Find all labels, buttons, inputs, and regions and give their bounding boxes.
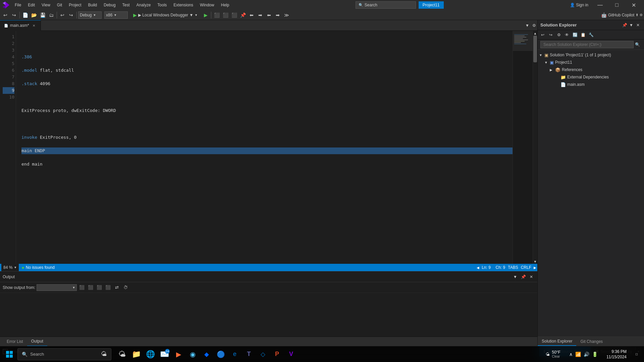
se-refresh-btn[interactable]: 🔄 — [571, 31, 579, 39]
start-button[interactable] — [3, 348, 16, 361]
status-scroll-left[interactable]: ◀ — [476, 264, 480, 271]
se-close-btn[interactable]: ✕ — [635, 22, 641, 28]
taskbar-icon-vscode[interactable]: ◇ — [256, 348, 270, 361]
se-search-input[interactable] — [540, 41, 634, 48]
debug-config-dropdown[interactable]: Debug ▼ — [78, 11, 102, 19]
expand-icon[interactable]: ∧ — [569, 351, 573, 358]
code-editor[interactable]: 1 2 3 4 5 6 7 8 9 10 .386 .model flat, s… — [0, 31, 537, 264]
se-show-all-btn[interactable]: 👁 — [563, 31, 571, 39]
toolbar-nav3[interactable]: ⬅ — [265, 11, 273, 19]
output-pin-btn[interactable]: 📌 — [520, 274, 527, 280]
battery-icon[interactable]: 🔋 — [591, 351, 598, 358]
menu-extensions[interactable]: Extensions — [171, 1, 196, 9]
output-icon-btn-6[interactable]: ⏱ — [122, 284, 129, 291]
tree-project[interactable]: ▼ ▣ Project11 — [538, 59, 644, 66]
taskbar-icon-arc[interactable]: ◉ — [186, 348, 199, 361]
se-filter-btn[interactable]: 🔧 — [587, 31, 595, 39]
taskbar-icon-explorer[interactable]: 📁 — [129, 348, 143, 361]
toolbar-back[interactable]: ↩ — [1, 11, 9, 19]
menu-project[interactable]: Project — [66, 1, 84, 9]
toolbar-nav4[interactable]: ➡ — [274, 11, 282, 19]
wifi-icon[interactable]: 📶 — [575, 351, 582, 358]
taskbar-icon-widgets[interactable]: 🌤 — [115, 348, 129, 361]
taskbar-icon-edge2[interactable]: e — [228, 348, 241, 361]
tab-output[interactable]: Output — [27, 337, 47, 346]
menu-window[interactable]: Window — [197, 1, 217, 9]
toolbar-fwd[interactable]: ↪ — [10, 11, 18, 19]
title-search-bar[interactable]: 🔍 Search — [356, 1, 416, 9]
se-tab-git-changes[interactable]: Git Changes — [576, 337, 607, 346]
toolbar-nav1[interactable]: ⬅ — [248, 11, 256, 19]
tree-solution[interactable]: ▼ ▣ Solution 'Project11' (1 of 1 project… — [538, 51, 644, 59]
output-icon-btn-4[interactable]: ⬛ — [104, 284, 112, 291]
platform-dropdown[interactable]: x86 ▼ — [104, 11, 128, 19]
tree-references[interactable]: ▶ 📦 References — [538, 66, 644, 73]
status-scroll-right[interactable]: ▶ — [533, 264, 537, 271]
output-icon-btn-3[interactable]: ⬛ — [96, 284, 103, 291]
github-copilot-button[interactable]: 🤖 GitHub Copilot ⬆ ⚙ — [601, 12, 643, 18]
status-zoom[interactable]: 84 % ▼ — [0, 264, 20, 271]
toolbar-pin[interactable]: 📌 — [239, 11, 247, 19]
scroll-thumb[interactable] — [533, 36, 537, 62]
menu-tools[interactable]: Tools — [155, 1, 169, 9]
maximize-button[interactable]: □ — [609, 0, 625, 10]
menu-view[interactable]: View — [39, 1, 53, 9]
tab-nav-button[interactable]: ▼ — [524, 22, 531, 29]
volume-icon[interactable]: 🔊 — [583, 351, 590, 358]
se-fwd-btn[interactable]: ↪ — [547, 31, 554, 39]
tab-main-asm[interactable]: 📄 main.asm* ✕ — [0, 20, 41, 31]
toolbar-extra[interactable]: ≫ — [282, 11, 290, 19]
notification-area[interactable]: □ — [632, 346, 641, 362]
run-button[interactable]: ▶ ▶ Local Windows Debugger ▼ ▼ — [132, 12, 199, 18]
taskbar-search-bar[interactable]: 🔍 Search 🌤 — [17, 348, 111, 360]
toolbar-watch[interactable]: ⬛ — [230, 11, 238, 19]
se-collapse-btn[interactable]: 📋 — [579, 31, 587, 39]
output-icon-btn-5[interactable]: ⇄ — [113, 284, 120, 291]
close-button[interactable]: ✕ — [626, 0, 641, 10]
taskbar-icon-video[interactable]: ▶ — [172, 348, 185, 361]
menu-analyze[interactable]: Analyze — [134, 1, 154, 9]
menu-build[interactable]: Build — [86, 1, 100, 9]
toolbar-play2[interactable]: ▶ — [202, 11, 210, 19]
status-encoding[interactable]: CRLF — [520, 264, 533, 271]
tab-close-icon[interactable]: ✕ — [31, 23, 37, 28]
menu-file[interactable]: File — [12, 1, 24, 9]
se-chevron-btn[interactable]: ▼ — [628, 22, 635, 28]
scrollbar-vertical[interactable]: ▲ ▼ — [533, 31, 537, 264]
scroll-down-btn[interactable]: ▼ — [533, 259, 538, 264]
se-search-icon[interactable]: 🔍 — [634, 42, 641, 48]
toolbar-undo[interactable]: ↩ — [58, 11, 66, 19]
output-source-dropdown[interactable]: ▼ — [37, 284, 77, 291]
taskbar-icon-chrome[interactable]: 🔵 — [214, 348, 227, 361]
sign-in-button[interactable]: 👤 Sign in — [567, 2, 591, 8]
se-back-btn[interactable]: ↩ — [539, 31, 546, 39]
taskbar-weather[interactable]: 🌤 50°F Clear — [543, 350, 563, 358]
toolbar-nav2[interactable]: ➡ — [256, 11, 264, 19]
system-clock[interactable]: 9:36 PM 11/15/2024 — [604, 349, 629, 360]
taskbar-icon-powerpoint[interactable]: P — [270, 348, 284, 361]
menu-test[interactable]: Test — [120, 1, 132, 9]
taskbar-icon-mail[interactable]: ✉️ 24 — [158, 348, 171, 361]
tab-settings-button[interactable]: ⚙ — [531, 22, 537, 29]
toolbar-open[interactable]: 📂 — [30, 11, 38, 19]
toolbar-save[interactable]: 💾 — [39, 11, 47, 19]
menu-help[interactable]: Help — [218, 1, 232, 9]
output-close-btn[interactable]: ✕ — [528, 274, 535, 280]
status-no-issues[interactable]: ● No issues found — [20, 264, 56, 271]
output-icon-btn-2[interactable]: ⬛ — [87, 284, 94, 291]
status-position[interactable]: Ln: 9 Ch: 9 — [480, 264, 506, 271]
code-content[interactable]: .386 .model flat, stdcall .stack 4096 Ex… — [16, 31, 513, 264]
toolbar-step[interactable]: ⬛ — [221, 11, 229, 19]
tab-error-list[interactable]: Error List — [3, 337, 27, 346]
toolbar-new[interactable]: 📄 — [21, 11, 29, 19]
taskbar-icon-edge[interactable]: 🌐 — [144, 348, 157, 361]
toolbar-save-all[interactable]: 🗂 — [47, 11, 55, 19]
scroll-up-btn[interactable]: ▲ — [533, 31, 538, 36]
toolbar-breakpoint[interactable]: ⬛ — [213, 11, 221, 19]
se-properties-btn[interactable]: ⚙ — [555, 31, 562, 39]
se-pin-btn[interactable]: 📌 — [621, 22, 628, 28]
tree-main-asm[interactable]: 📄 main.asm — [538, 81, 644, 88]
menu-debug[interactable]: Debug — [101, 1, 118, 9]
tree-external-deps[interactable]: 📁 External Dependencies — [538, 73, 644, 81]
taskbar-icon-visual-studio[interactable]: V — [284, 348, 298, 361]
